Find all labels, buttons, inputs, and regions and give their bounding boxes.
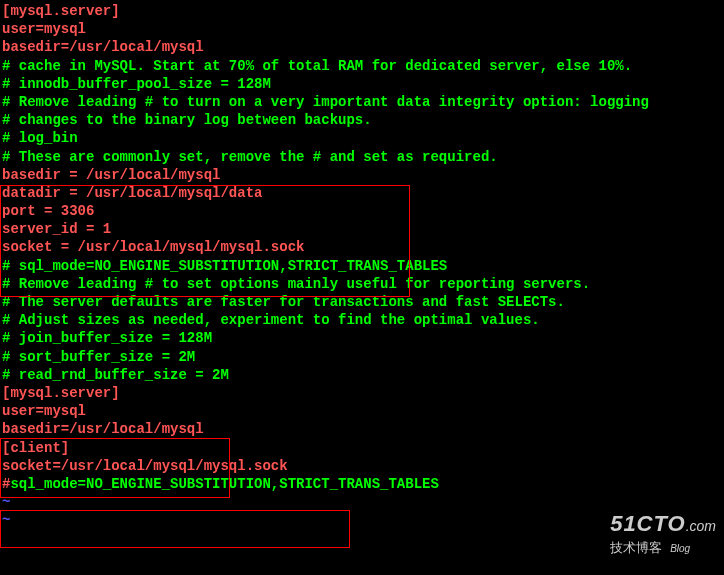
config-line: #sql_mode=NO_ENGINE_SUBSTITUTION,STRICT_…: [2, 475, 722, 493]
config-line: [mysql.server]: [2, 384, 722, 402]
config-line: [client]: [2, 439, 722, 457]
config-line: port = 3306: [2, 202, 722, 220]
config-line: # innodb_buffer_pool_size = 128M: [2, 75, 722, 93]
vim-tilde: ~: [2, 493, 722, 511]
config-line: # Adjust sizes as needed, experiment to …: [2, 311, 722, 329]
watermark-subtitle: 技术博客Blog: [610, 540, 716, 557]
config-line: server_id = 1: [2, 220, 722, 238]
config-line: # sql_mode=NO_ENGINE_SUBSTITUTION,STRICT…: [2, 257, 722, 275]
config-line: # log_bin: [2, 129, 722, 147]
config-line: # join_buffer_size = 128M: [2, 329, 722, 347]
watermark-domain: .com: [686, 518, 716, 534]
config-line: # sort_buffer_size = 2M: [2, 348, 722, 366]
watermark-brand: 51CTO: [610, 511, 686, 536]
config-line: socket = /usr/local/mysql/mysql.sock: [2, 238, 722, 256]
config-line: # These are commonly set, remove the # a…: [2, 148, 722, 166]
config-line: # read_rnd_buffer_size = 2M: [2, 366, 722, 384]
config-line: datadir = /usr/local/mysql/data: [2, 184, 722, 202]
terminal-output: [mysql.server] user=mysql basedir=/usr/l…: [2, 2, 722, 529]
config-line: basedir=/usr/local/mysql: [2, 420, 722, 438]
config-line: basedir = /usr/local/mysql: [2, 166, 722, 184]
config-line: # Remove leading # to set options mainly…: [2, 275, 722, 293]
config-line: user=mysql: [2, 20, 722, 38]
config-line: # cache in MySQL. Start at 70% of total …: [2, 57, 722, 75]
config-line: basedir=/usr/local/mysql: [2, 38, 722, 56]
watermark: 51CTO.com 技术博客Blog: [610, 510, 716, 557]
config-line: user=mysql: [2, 402, 722, 420]
config-line: # The server defaults are faster for tra…: [2, 293, 722, 311]
config-line: # changes to the binary log between back…: [2, 111, 722, 129]
config-line: socket=/usr/local/mysql/mysql.sock: [2, 457, 722, 475]
config-line: # Remove leading # to turn on a very imp…: [2, 93, 722, 111]
config-line: [mysql.server]: [2, 2, 722, 20]
